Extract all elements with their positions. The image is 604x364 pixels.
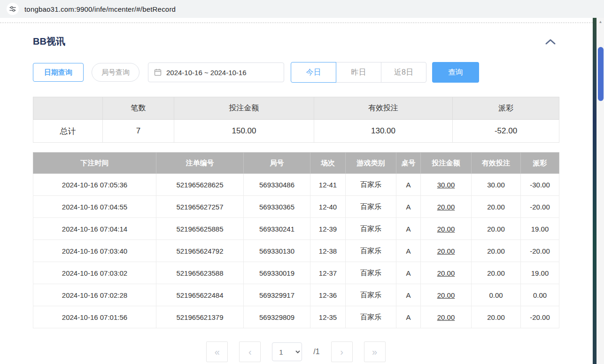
summary-total-row: 总计 7 150.00 130.00 -52.00 (33, 120, 559, 143)
cell-session: 12-37 (310, 262, 346, 284)
cell-bet-time: 2024-10-16 07:02:28 (33, 284, 156, 306)
round-query-tab[interactable]: 局号查询 (92, 63, 139, 82)
cell-table-no: A (396, 196, 421, 218)
bet-amount-link[interactable]: 20.00 (421, 240, 472, 262)
today-button[interactable]: 今日 (291, 62, 336, 83)
summary-payout-value: -52.00 (453, 120, 559, 143)
pagination: « ‹ 1 /1 › » (33, 341, 559, 362)
bet-amount-link[interactable]: 20.00 (421, 262, 472, 284)
cell-valid-bet: 20.00 (472, 306, 521, 328)
summary-valid-bet-value: 130.00 (314, 120, 453, 143)
cell-order-no: 521965625885 (156, 218, 244, 240)
cell-table-no: A (396, 218, 421, 240)
prev-page-button[interactable]: ‹ (239, 341, 261, 362)
date-range-value: 2024-10-16 ~ 2024-10-16 (166, 69, 247, 77)
cell-order-no: 521965622484 (156, 284, 244, 306)
page-title: BB视讯 (33, 35, 65, 48)
summary-table: 笔数 投注金额 有效投注 派彩 总计 7 150.00 130.00 -52.0… (33, 97, 559, 143)
bet-amount-link[interactable]: 30.00 (421, 174, 472, 196)
next-page-icon: › (340, 347, 343, 357)
cell-session: 12-38 (310, 240, 346, 262)
prev-page-icon: ‹ (248, 347, 252, 357)
col-header-valid-bet: 有效投注 (472, 153, 521, 174)
summary-header-valid-bet: 有效投注 (314, 97, 453, 120)
last-8-days-button[interactable]: 近8日 (381, 62, 426, 83)
cell-game-type: 百家乐 (346, 196, 396, 218)
cell-valid-bet: 20.00 (472, 240, 521, 262)
cell-payout: -20.00 (521, 306, 559, 328)
table-row: 2024-10-16 07:04:14 521965625885 5693302… (33, 218, 559, 240)
first-page-button[interactable]: « (206, 341, 228, 362)
bet-amount-link[interactable]: 20.00 (421, 306, 472, 328)
col-header-bet-time: 下注时间 (33, 153, 156, 174)
chevron-up-icon[interactable] (542, 38, 559, 46)
scrollbar[interactable]: ▲ (596, 18, 604, 364)
quick-date-button-group: 今日 昨日 近8日 (291, 62, 426, 83)
next-page-button[interactable]: › (331, 341, 353, 362)
summary-total-label: 总计 (33, 120, 103, 143)
cell-game-type: 百家乐 (346, 240, 396, 262)
scrollbar-thumb[interactable] (598, 47, 604, 101)
date-query-tab[interactable]: 日期查询 (33, 63, 84, 82)
cell-payout: -20.00 (521, 196, 559, 218)
summary-bet-amount-value: 150.00 (174, 120, 314, 143)
site-info-icon[interactable] (7, 3, 19, 15)
bet-record-panel: BB视讯 日期查询 局号查询 2024-10-16 ~ 2024-10-16 今… (33, 23, 559, 362)
cell-valid-bet: 0.00 (472, 284, 521, 306)
cell-game-type: 百家乐 (346, 262, 396, 284)
cell-payout: 19.00 (521, 218, 559, 240)
cell-round-no: 569329809 (244, 306, 310, 328)
page-total: /1 (313, 348, 319, 356)
date-range-input[interactable]: 2024-10-16 ~ 2024-10-16 (148, 62, 284, 82)
table-row: 2024-10-16 07:01:56 521965621379 5693298… (33, 306, 559, 328)
summary-header-payout: 派彩 (453, 97, 559, 120)
bet-amount-link[interactable]: 20.00 (421, 196, 472, 218)
cell-table-no: A (396, 284, 421, 306)
cell-payout: -30.00 (521, 174, 559, 196)
page-select[interactable]: 1 (272, 342, 302, 361)
scroll-up-arrow-icon[interactable]: ▲ (597, 18, 604, 25)
col-header-order-no: 注单编号 (156, 153, 244, 174)
cell-session: 12-41 (310, 174, 346, 196)
table-row: 2024-10-16 07:04:55 521965627257 5693303… (33, 196, 559, 218)
last-page-button[interactable]: » (364, 341, 386, 362)
cell-game-type: 百家乐 (346, 284, 396, 306)
cell-round-no: 569329917 (244, 284, 310, 306)
bet-amount-link[interactable]: 20.00 (421, 218, 472, 240)
panel-header: BB视讯 (33, 35, 559, 48)
background-page-edge (593, 18, 596, 364)
last-page-icon: » (372, 347, 377, 357)
cell-session: 12-36 (310, 284, 346, 306)
cell-valid-bet: 20.00 (472, 262, 521, 284)
cell-bet-time: 2024-10-16 07:03:02 (33, 262, 156, 284)
url-text[interactable]: tongbao31.com:9900/infe/mcenter/#/betRec… (24, 5, 176, 13)
cell-valid-bet: 20.00 (472, 196, 521, 218)
cell-session: 12-39 (310, 218, 346, 240)
cell-bet-time: 2024-10-16 07:01:56 (33, 306, 156, 328)
bet-amount-link[interactable]: 20.00 (421, 284, 472, 306)
cell-session: 12-40 (310, 196, 346, 218)
col-header-payout: 派彩 (521, 153, 559, 174)
search-button[interactable]: 查询 (432, 62, 479, 83)
cell-table-no: A (396, 306, 421, 328)
cell-round-no: 569330365 (244, 196, 310, 218)
cell-order-no: 521965623588 (156, 262, 244, 284)
cell-game-type: 百家乐 (346, 174, 396, 196)
col-header-bet-amount: 投注金额 (421, 153, 472, 174)
cell-order-no: 521965624792 (156, 240, 244, 262)
summary-header-bet-amount: 投注金额 (174, 97, 314, 120)
cell-bet-time: 2024-10-16 07:04:14 (33, 218, 156, 240)
cell-round-no: 569330130 (244, 240, 310, 262)
cell-bet-time: 2024-10-16 07:03:40 (33, 240, 156, 262)
cell-game-type: 百家乐 (346, 218, 396, 240)
cell-game-type: 百家乐 (346, 306, 396, 328)
summary-header-count: 笔数 (103, 97, 174, 120)
cell-round-no: 569330019 (244, 262, 310, 284)
browser-address-bar[interactable]: tongbao31.com:9900/infe/mcenter/#/betRec… (0, 0, 604, 18)
cell-order-no: 521965621379 (156, 306, 244, 328)
cell-table-no: A (396, 174, 421, 196)
yesterday-button[interactable]: 昨日 (336, 62, 381, 83)
cell-session: 12-35 (310, 306, 346, 328)
filter-toolbar: 日期查询 局号查询 2024-10-16 ~ 2024-10-16 今日 昨日 … (33, 62, 559, 83)
col-header-game-type: 游戏类别 (346, 153, 396, 174)
